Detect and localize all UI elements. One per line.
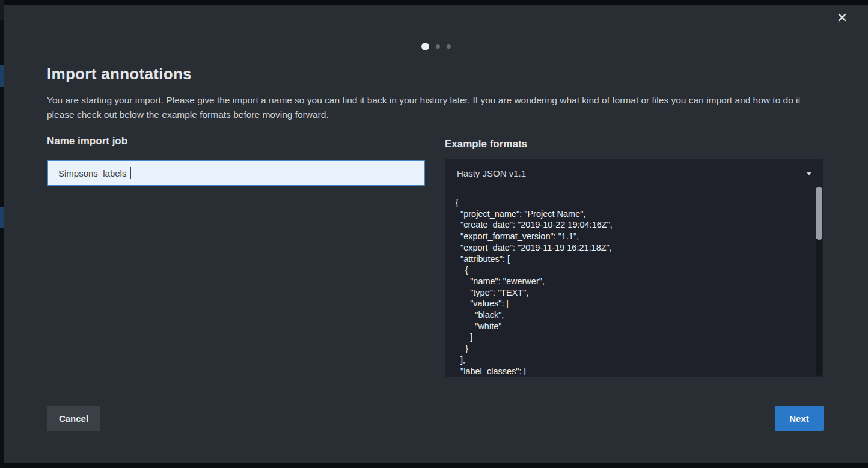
page-title: Import annotations (47, 65, 192, 84)
name-import-job-label: Name import job (47, 135, 127, 147)
background-sidebar-active-item (0, 207, 4, 228)
import-name-field-wrap (47, 160, 425, 186)
wizard-step-indicator (4, 43, 868, 50)
import-name-input[interactable] (47, 160, 425, 186)
step-dot-2 (436, 44, 440, 49)
example-formats-label: Example formats (445, 138, 527, 150)
format-select[interactable]: Hasty JSON v1.1 ▼ (445, 159, 823, 187)
code-scrollbar-thumb[interactable] (816, 187, 822, 240)
background-app-strip (0, 0, 4, 468)
background-sidebar-segment (0, 0, 4, 20)
step-dot-1 (421, 43, 429, 50)
cancel-button[interactable]: Cancel (47, 406, 100, 431)
example-formats-panel: Hasty JSON v1.1 ▼ { "project_name": "Pro… (445, 159, 823, 377)
format-select-value: Hasty JSON v1.1 (457, 168, 806, 178)
example-code-block: { "project_name": "Project Name", "creat… (456, 197, 807, 375)
background-sidebar-active-item (0, 65, 4, 87)
chevron-down-icon: ▼ (805, 170, 813, 177)
modal-description: You are starting your import. Please giv… (47, 93, 819, 122)
step-dot-3 (447, 44, 451, 49)
code-scrollbar-track[interactable] (816, 187, 822, 376)
text-cursor (130, 167, 131, 179)
next-button[interactable]: Next (775, 406, 824, 431)
close-icon[interactable]: ✕ (833, 8, 852, 28)
import-annotations-modal: ✕ Import annotations You are starting yo… (4, 5, 868, 463)
